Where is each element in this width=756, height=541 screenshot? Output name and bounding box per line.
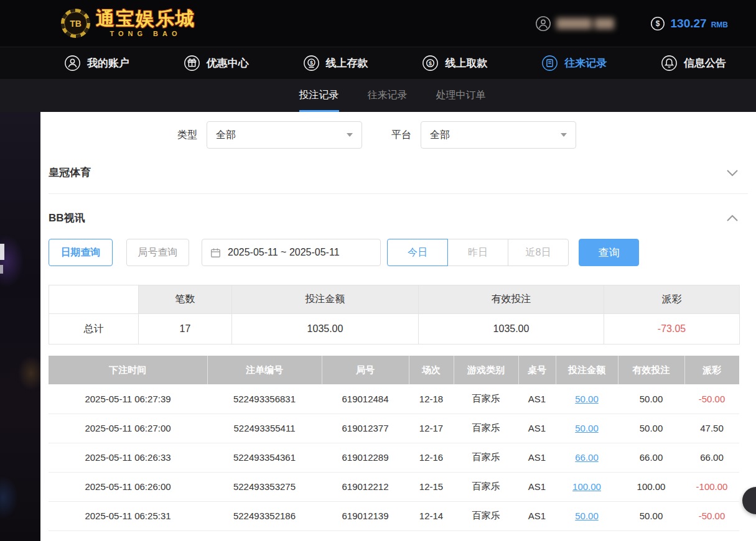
round-query-button[interactable]: 局号查询	[126, 239, 189, 266]
cell-round-no: 619012484	[322, 384, 409, 414]
user-icon	[64, 55, 81, 72]
summary-header-count: 笔数	[139, 285, 232, 314]
bet-amount-link[interactable]: 100.00	[556, 472, 618, 501]
quick-date-button-group: 今日 昨日 近8日	[387, 239, 569, 266]
summary-total-label: 总计	[49, 314, 139, 344]
nav-item-deposit[interactable]: $ 线上存款	[303, 55, 368, 72]
col-header-payout: 派彩	[684, 356, 739, 384]
nav-item-label: 我的账户	[87, 56, 129, 70]
today-button[interactable]: 今日	[387, 239, 448, 266]
nav-item-announcements[interactable]: 信息公告	[661, 55, 726, 72]
cell-round-no: 619012289	[322, 443, 409, 472]
chevron-down-icon[interactable]	[726, 168, 739, 178]
cell-time: 2025-05-11 06:26:00	[49, 472, 207, 501]
section-bb-video[interactable]: BB视讯	[49, 211, 748, 225]
cell-round-no: 619012377	[322, 414, 409, 443]
col-header-valid-bet: 有效投注	[618, 356, 684, 384]
username-masked[interactable]: █████▌███	[556, 18, 614, 29]
cell-game-type: 百家乐	[454, 472, 518, 501]
header-right: █████▌███ $ 130.27 RMB	[535, 16, 728, 32]
table-row: 2025-05-11 06:27:39 522493356831 6190124…	[49, 384, 739, 414]
type-select[interactable]: 全部	[207, 121, 362, 149]
platform-filter-label: 平台	[391, 129, 411, 142]
calendar-icon	[210, 247, 222, 259]
cell-session: 12-16	[409, 443, 454, 472]
bet-amount-link[interactable]: 66.00	[556, 443, 618, 472]
cell-game-type: 百家乐	[454, 414, 518, 443]
cell-game-type: 百家乐	[454, 443, 518, 472]
cell-payout: 47.50	[684, 414, 739, 443]
cell-bet-no: 522493352186	[207, 501, 322, 530]
nav-item-my-account[interactable]: 我的账户	[64, 55, 129, 72]
svg-text:$: $	[655, 19, 660, 28]
query-controls: 日期查询 局号查询 2025-05-11 ~ 2025-05-11 今日 昨日 …	[49, 239, 756, 266]
cell-table-no: AS1	[518, 443, 556, 472]
cell-table-no: AS1	[518, 472, 556, 501]
bet-detail-table: 下注时间 注单编号 局号 场次 游戏类别 桌号 投注金额 有效投注 派彩 202…	[49, 356, 739, 531]
section-crown-sports[interactable]: 皇冠体育	[49, 165, 748, 194]
summary-payout: -73.05	[604, 314, 740, 344]
cell-session: 12-14	[409, 501, 454, 530]
bet-amount-link[interactable]: 50.00	[556, 414, 618, 443]
cell-time: 2025-05-11 06:27:00	[49, 414, 207, 443]
nav-item-withdraw[interactable]: $ 线上取款	[422, 55, 487, 72]
yesterday-button[interactable]: 昨日	[447, 239, 508, 266]
balance-block[interactable]: $ 130.27 RMB	[650, 16, 728, 31]
chevron-up-icon[interactable]	[726, 213, 739, 223]
section-title: 皇冠体育	[49, 165, 91, 180]
cell-game-type: 百家乐	[454, 384, 518, 414]
chevron-down-icon	[561, 133, 567, 137]
date-range-value: 2025-05-11 ~ 2025-05-11	[228, 247, 340, 258]
cell-valid-bet: 50.00	[618, 384, 684, 414]
platform-select[interactable]: 全部	[421, 121, 576, 149]
cell-table-no: AS1	[518, 501, 556, 530]
type-select-value: 全部	[216, 129, 236, 142]
nav-item-records[interactable]: 往来记录	[541, 55, 607, 72]
tab-transaction-records[interactable]: 往来记录	[368, 79, 408, 112]
cell-time: 2025-05-11 06:27:39	[49, 384, 207, 414]
date-range-input[interactable]: 2025-05-11 ~ 2025-05-11	[202, 239, 381, 266]
cell-bet-no: 522493355411	[207, 414, 322, 443]
last-8-days-button[interactable]: 近8日	[508, 239, 569, 266]
deposit-coin-icon: $	[303, 55, 320, 72]
background-game-strip	[0, 112, 40, 541]
summary-header-valid: 有效投注	[419, 285, 604, 314]
cell-valid-bet: 66.00	[618, 443, 684, 472]
cell-payout: -50.00	[684, 384, 739, 414]
cell-bet-no: 522493356831	[207, 384, 322, 414]
nav-item-label: 优惠中心	[207, 56, 249, 70]
logo-title: 通宝娱乐城	[96, 9, 195, 28]
search-button[interactable]: 查询	[579, 239, 639, 266]
tab-bet-records[interactable]: 投注记录	[299, 79, 339, 112]
cell-time: 2025-05-11 06:25:31	[49, 501, 207, 530]
nav-item-promotions[interactable]: 优惠中心	[184, 55, 249, 72]
date-query-button[interactable]: 日期查询	[49, 239, 113, 266]
table-row: 2025-05-11 06:25:31 522493352186 6190121…	[49, 501, 739, 530]
user-block[interactable]: █████▌███	[535, 16, 614, 32]
col-header-table-no: 桌号	[518, 356, 556, 384]
filter-row: 类型 全部 平台 全部	[40, 121, 756, 149]
type-filter-label: 类型	[177, 129, 197, 142]
section-title: BB视讯	[49, 211, 85, 225]
avatar-icon	[535, 16, 551, 32]
chip-core: TB	[64, 12, 87, 35]
cell-valid-bet: 50.00	[618, 501, 684, 530]
bet-amount-link[interactable]: 50.00	[556, 384, 618, 414]
balance-amount: 130.27	[671, 17, 707, 30]
cell-session: 12-15	[409, 472, 454, 501]
nav-item-label: 信息公告	[684, 56, 726, 70]
poker-chip-icon: TB	[61, 9, 90, 38]
summary-header-blank	[49, 285, 139, 314]
platform-select-value: 全部	[430, 129, 450, 142]
summary-bet: 1035.00	[232, 314, 419, 344]
cell-game-type: 百家乐	[454, 501, 518, 530]
col-header-time: 下注时间	[49, 356, 207, 384]
top-header: TB 通宝娱乐城 TONG BAO █████▌███	[0, 0, 756, 47]
sub-tabs: 投注记录 往来记录 处理中订单	[0, 79, 756, 112]
content-panel: 类型 全部 平台 全部 皇冠体育 BB视讯	[40, 112, 756, 541]
brand-logo[interactable]: TB 通宝娱乐城 TONG BAO	[61, 9, 195, 38]
records-icon	[541, 55, 558, 72]
logo-text: 通宝娱乐城 TONG BAO	[96, 9, 195, 37]
bet-amount-link[interactable]: 50.00	[556, 501, 618, 530]
tab-processing-orders[interactable]: 处理中订单	[436, 79, 486, 112]
